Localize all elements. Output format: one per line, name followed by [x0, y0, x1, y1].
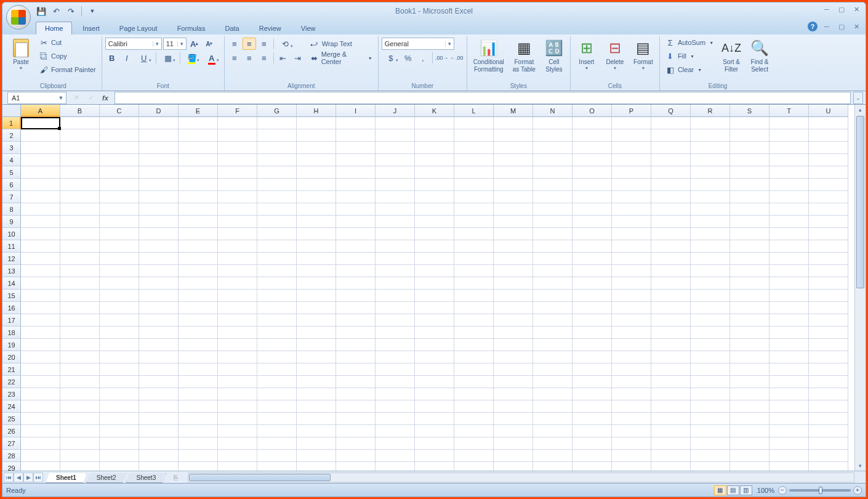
cell[interactable]	[139, 142, 179, 154]
row-header[interactable]: 21	[2, 363, 21, 376]
cell[interactable]	[533, 450, 573, 462]
column-header[interactable]: E	[179, 105, 218, 117]
cell[interactable]	[415, 388, 454, 400]
cell[interactable]	[218, 142, 257, 154]
cut-button[interactable]: ✂Cut	[36, 36, 98, 49]
help-icon[interactable]: ?	[808, 22, 818, 31]
cell[interactable]	[376, 179, 415, 191]
cell[interactable]	[297, 413, 336, 425]
cell[interactable]	[612, 413, 651, 425]
save-icon[interactable]: 💾	[36, 6, 47, 17]
cell[interactable]	[218, 302, 257, 314]
cell[interactable]	[297, 339, 336, 351]
cell[interactable]	[612, 191, 651, 203]
cell[interactable]	[573, 228, 612, 240]
cell[interactable]	[179, 166, 218, 179]
cell[interactable]	[651, 179, 691, 191]
merge-center-button[interactable]: ⬌Merge & Center▼	[307, 52, 375, 64]
page-layout-view-button[interactable]: ▤	[727, 485, 739, 495]
row-header[interactable]: 8	[2, 203, 21, 216]
cell[interactable]	[770, 290, 809, 302]
fx-button[interactable]: fx	[98, 92, 112, 103]
cell[interactable]	[100, 413, 139, 425]
cell[interactable]	[100, 351, 139, 363]
cell[interactable]	[21, 327, 60, 339]
font-color-button[interactable]: A	[203, 52, 221, 64]
vscroll-thumb[interactable]	[856, 116, 864, 288]
cell[interactable]	[533, 314, 573, 327]
cell[interactable]	[376, 339, 415, 351]
cell[interactable]	[494, 166, 533, 179]
sheet-nav-first[interactable]: ⏮	[4, 473, 14, 482]
cell[interactable]	[454, 462, 494, 471]
cell[interactable]	[809, 314, 848, 327]
cell[interactable]	[651, 240, 691, 253]
cell[interactable]	[21, 437, 60, 450]
cell[interactable]	[376, 265, 415, 277]
clear-button[interactable]: ◧Clear▼	[663, 63, 716, 76]
cell[interactable]	[730, 363, 770, 376]
cell[interactable]	[533, 154, 573, 166]
cell[interactable]	[100, 363, 139, 376]
cell[interactable]	[651, 154, 691, 166]
cell[interactable]	[297, 351, 336, 363]
cell[interactable]	[809, 302, 848, 314]
cell[interactable]	[376, 314, 415, 327]
cell[interactable]	[533, 462, 573, 471]
cell[interactable]	[336, 240, 376, 253]
cell[interactable]	[770, 117, 809, 129]
paste-button[interactable]: Paste ▼	[8, 36, 34, 72]
cell[interactable]	[415, 290, 454, 302]
cell[interactable]	[139, 179, 179, 191]
cell[interactable]	[494, 142, 533, 154]
cell[interactable]	[651, 265, 691, 277]
cell[interactable]	[179, 203, 218, 216]
cell[interactable]	[257, 265, 297, 277]
cell[interactable]	[612, 425, 651, 437]
cell[interactable]	[494, 413, 533, 425]
cell[interactable]	[612, 290, 651, 302]
cell[interactable]	[533, 437, 573, 450]
vertical-scrollbar[interactable]: ▴ ▾	[854, 105, 866, 471]
cell[interactable]	[651, 400, 691, 413]
cell[interactable]	[573, 142, 612, 154]
cell[interactable]	[809, 376, 848, 388]
cell[interactable]	[218, 203, 257, 216]
cell[interactable]	[573, 413, 612, 425]
cell[interactable]	[691, 290, 730, 302]
cell[interactable]	[297, 290, 336, 302]
tab-page-layout[interactable]: Page Layout	[110, 22, 167, 34]
cell[interactable]	[573, 290, 612, 302]
cell[interactable]	[612, 437, 651, 450]
row-header[interactable]: 13	[2, 265, 21, 277]
cell[interactable]	[336, 450, 376, 462]
column-header[interactable]: J	[376, 105, 415, 117]
cell[interactable]	[21, 203, 60, 216]
cell[interactable]	[218, 154, 257, 166]
cell[interactable]	[257, 290, 297, 302]
cell[interactable]	[533, 117, 573, 129]
percent-button[interactable]: %	[401, 52, 415, 64]
font-size-combo[interactable]: 11▼	[163, 38, 187, 50]
cell[interactable]	[494, 265, 533, 277]
cell[interactable]	[651, 351, 691, 363]
cell[interactable]	[376, 203, 415, 216]
cell[interactable]	[809, 339, 848, 351]
cell[interactable]	[218, 327, 257, 339]
cell[interactable]	[809, 179, 848, 191]
cell[interactable]	[770, 450, 809, 462]
page-break-view-button[interactable]: ▥	[740, 485, 752, 495]
cell[interactable]	[297, 265, 336, 277]
tab-formulas[interactable]: Formulas	[168, 22, 215, 34]
cell[interactable]	[415, 437, 454, 450]
cell[interactable]	[21, 166, 60, 179]
cell[interactable]	[809, 351, 848, 363]
cell[interactable]	[139, 265, 179, 277]
cell[interactable]	[21, 290, 60, 302]
cell[interactable]	[336, 327, 376, 339]
cell[interactable]	[139, 339, 179, 351]
cell[interactable]	[257, 166, 297, 179]
normal-view-button[interactable]: ▦	[714, 485, 726, 495]
row-header[interactable]: 3	[2, 142, 21, 154]
column-header[interactable]: G	[257, 105, 297, 117]
